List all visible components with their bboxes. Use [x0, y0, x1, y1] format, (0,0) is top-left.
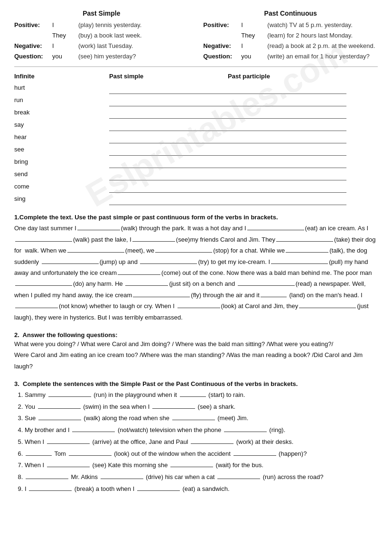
blank-take[interactable] — [276, 241, 333, 242]
blank-fly[interactable] — [133, 297, 190, 297]
verb-table-header: Infinite Past simple Past participle — [14, 73, 378, 80]
verb-ps-see — [109, 143, 228, 156]
ex3-blank-8c[interactable] — [217, 479, 260, 479]
verb-ps-hear — [109, 131, 228, 143]
grammar-header: Past Simple Positive: I (play) tennis ye… — [14, 9, 378, 62]
verb-inf-sing: sing — [14, 193, 109, 205]
ex3-item-6: Tom (look) out of the window when the ac… — [25, 448, 378, 460]
ex3-blank-9b[interactable] — [137, 490, 180, 491]
ex3-blank-6b[interactable] — [69, 455, 112, 456]
ex3-blank-4a[interactable] — [72, 432, 115, 432]
verb-pp-say — [228, 119, 346, 131]
verb-inf-see: see — [14, 143, 109, 156]
ex3-blank-3b[interactable] — [172, 420, 215, 420]
ex3-blank-9a[interactable] — [29, 490, 72, 491]
verb-row-break: break — [14, 106, 378, 119]
ex3-blank-1a[interactable] — [48, 396, 91, 397]
ps-negative: Negative: I (work) last Tuesday. — [14, 41, 189, 51]
ex3-blank-7b[interactable] — [170, 467, 213, 467]
blank-read[interactable] — [238, 285, 295, 286]
ex3-blank-6c[interactable] — [233, 455, 276, 456]
ex3-blank-8a[interactable] — [26, 479, 68, 479]
ex3-item-3: Sue (walk) along the road when she (meet… — [25, 413, 378, 424]
verb-row-run: run — [14, 94, 378, 106]
exercise3-section: 3. Complete the sentences with the Simpl… — [14, 380, 378, 495]
pc-negative: Negative: I (read) a book at 2 p.m. at t… — [203, 41, 378, 51]
verb-row-hear: hear — [14, 131, 378, 143]
ex3-blank-6a[interactable] — [26, 455, 52, 456]
blank-eat[interactable] — [247, 230, 304, 230]
ps-pos-subj-i: I — [52, 20, 78, 30]
verb-pp-run — [228, 94, 346, 106]
ex3-blank-3a[interactable] — [38, 420, 81, 420]
blank-come[interactable] — [118, 274, 160, 275]
verb-ps-run — [109, 94, 228, 106]
pc-positive-i: Positive: I (watch) TV at 5 p.m. yesterd… — [203, 20, 378, 30]
blank-do[interactable] — [15, 285, 72, 286]
verb-inf-hear: hear — [14, 131, 109, 143]
ex3-item-2: You (swim) in the sea when I (see) a sha… — [25, 401, 378, 413]
exercise1-section: 1.Complete the text. Use the past simple… — [14, 214, 378, 323]
exercise1-title: 1.Complete the text. Use the past simple… — [14, 214, 378, 221]
blank-stop[interactable] — [155, 252, 212, 253]
ps-neg-verb: (work) last Tuesday. — [78, 41, 133, 51]
pc-pos-label: Positive: — [203, 20, 241, 30]
ex3-blank-7a[interactable] — [47, 467, 90, 467]
ex3-item-7: When I (see) Kate this morning she (wait… — [25, 460, 378, 471]
verb-inf-run: run — [14, 94, 109, 106]
blank-justlaugh[interactable] — [299, 308, 356, 308]
blank-try[interactable] — [140, 263, 197, 264]
ex3-blank-4b[interactable] — [224, 432, 267, 432]
blank-sit[interactable] — [125, 285, 168, 286]
verb-row-hurt: hurt — [14, 82, 378, 94]
blank-walk1[interactable] — [77, 230, 120, 230]
verb-inf-send: send — [14, 168, 109, 180]
verb-row-see: see — [14, 143, 378, 156]
exercise1-text: One day last summer I(walk) through the … — [14, 223, 378, 323]
pc-positive-they: They (learn) for 2 hours last Monday. — [241, 30, 378, 41]
blank-notknow[interactable] — [15, 308, 58, 308]
verb-row-sing: sing — [14, 193, 378, 205]
verb-pp-hurt — [228, 82, 346, 94]
verb-inf-say: say — [14, 119, 109, 131]
blank-jump[interactable] — [42, 263, 99, 264]
ex3-blank-2b[interactable] — [152, 408, 195, 409]
verb-ps-send — [109, 168, 228, 180]
ex3-item-5: When I (arrive) at the office, Jane and … — [25, 436, 378, 448]
ex3-blank-8b[interactable] — [101, 479, 143, 479]
ex3-blank-5b[interactable] — [191, 443, 233, 444]
ps-q-subj: you — [52, 51, 78, 62]
verb-inf-break: break — [14, 106, 109, 119]
blank-pull[interactable] — [271, 263, 328, 264]
ps-pos-label: Positive: — [14, 20, 52, 30]
ps-q-verb: (see) him yesterday? — [78, 51, 136, 62]
pc-question: Question: you (write) an email for 1 hou… — [203, 51, 378, 62]
past-continuous-section: Past Continuous Positive: I (watch) TV a… — [203, 9, 378, 62]
blank-meet[interactable] — [67, 252, 124, 253]
pc-pos-verb-i: (watch) TV at 5 p.m. yesterday. — [267, 20, 352, 30]
ex3-blank-5a[interactable] — [47, 443, 90, 444]
verb-ps-break — [109, 106, 228, 119]
blank-see[interactable] — [132, 241, 175, 242]
verb-table-body: hurt run break say hear see — [14, 82, 378, 205]
ex3-blank-1b[interactable] — [180, 396, 206, 397]
exercise2-title: 2. Answer the following questions: — [14, 331, 378, 339]
verb-ps-bring — [109, 156, 228, 168]
pc-neg-label: Negative: — [203, 41, 241, 51]
ex3-item-9: I (break) a tooth when I (eat) a sandwic… — [25, 483, 378, 495]
blank-walk2[interactable] — [15, 241, 72, 242]
blank-land[interactable] — [261, 297, 287, 297]
blank-look[interactable] — [177, 308, 220, 308]
exercise2-section: 2. Answer the following questions: What … — [14, 331, 378, 372]
ps-neg-subj: I — [52, 41, 78, 51]
exercise3-title: 3. Complete the sentences with the Simpl… — [14, 380, 378, 387]
ps-pos-subj-they: They — [52, 30, 78, 41]
verb-pp-break — [228, 106, 346, 119]
pc-q-subj: you — [241, 51, 267, 62]
verb-row-come: come — [14, 180, 378, 193]
pc-pos-subj-i: I — [241, 20, 267, 30]
past-simple-title: Past Simple — [14, 9, 189, 17]
verb-pp-sing — [228, 193, 346, 205]
blank-talk[interactable] — [286, 252, 328, 253]
ex3-blank-2a[interactable] — [38, 408, 81, 409]
